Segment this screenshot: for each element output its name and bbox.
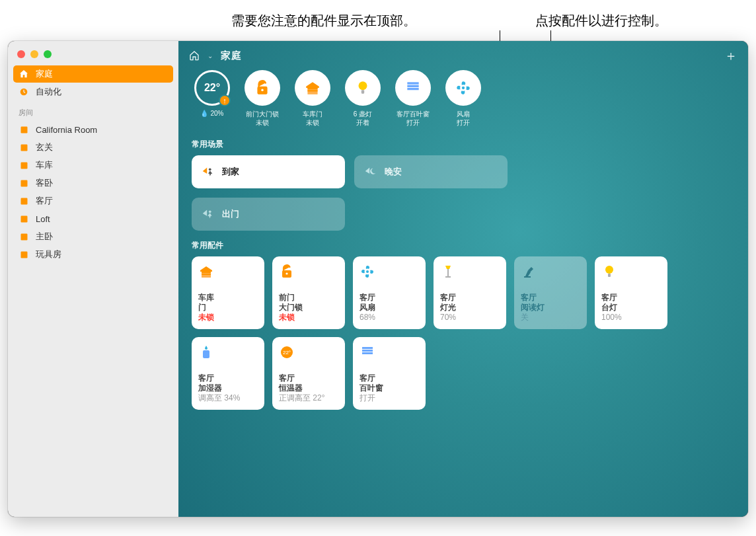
svg-point-30	[605, 266, 613, 274]
annotation-callouts: 需要您注意的配件显示在顶部。 点按配件以进行控制。	[0, 0, 756, 41]
status-chip-label: 车库门未锁	[303, 110, 322, 127]
lock-open-icon	[245, 70, 280, 106]
status-chip[interactable]: 6 盏灯开着	[342, 70, 383, 127]
svg-rect-36	[362, 350, 373, 352]
window-controls[interactable]	[8, 41, 178, 65]
svg-rect-8	[20, 251, 27, 258]
svg-rect-35	[362, 347, 373, 349]
svg-rect-31	[608, 274, 611, 277]
tile-state: 70%	[440, 313, 500, 323]
garage-icon	[295, 70, 330, 106]
status-chip[interactable]: 车库门未锁	[292, 70, 333, 127]
sidebar-room-item[interactable]: 玩具房	[13, 246, 173, 263]
svg-rect-4	[20, 180, 27, 186]
tile-name: 门	[198, 303, 258, 313]
scene-tile[interactable]: 出门	[192, 198, 345, 231]
accessory-tile[interactable]: 车库 门 未锁	[192, 256, 264, 329]
sidebar-item-label: 客厅	[36, 195, 53, 207]
sidebar-room-item[interactable]: Loft	[13, 210, 173, 227]
room-icon	[19, 196, 29, 206]
status-row: 22° ↑ 💧20% 前门大门锁未锁车库门未锁6 盏灯开着客厅百叶窗打开风扇打开	[192, 70, 735, 127]
tile-room: 客厅	[359, 373, 419, 383]
accessory-tile[interactable]: 客厅 百叶窗 打开	[353, 337, 426, 410]
svg-rect-6	[20, 215, 27, 222]
sidebar-section-rooms: 房间	[8, 101, 178, 120]
scene-label: 到家	[222, 166, 239, 178]
room-icon	[19, 231, 29, 242]
tile-state: 打开	[359, 393, 419, 403]
thermostat-icon: 22°	[279, 344, 338, 361]
sidebar-room-item[interactable]: California Room	[13, 121, 173, 138]
svg-rect-24	[202, 274, 211, 275]
svg-point-26	[285, 272, 287, 274]
page-title: 家庭	[221, 50, 242, 62]
sidebar-item-automation[interactable]: 自动化	[13, 83, 173, 100]
callout-attention: 需要您注意的配件显示在顶部。	[231, 12, 416, 30]
room-icon	[19, 249, 29, 260]
sidebar-item-label: 玄关	[36, 141, 53, 153]
status-temperature[interactable]: 22° ↑ 💧20%	[192, 70, 233, 127]
tile-name: 风扇	[359, 303, 419, 313]
minimize-icon[interactable]	[30, 50, 38, 58]
sidebar-item-home[interactable]: 家庭	[13, 65, 173, 83]
home-icon[interactable]	[189, 50, 200, 61]
svg-rect-13	[307, 90, 317, 91]
svg-point-27	[366, 270, 369, 273]
temperature-value: 22°	[204, 82, 220, 94]
status-chip[interactable]: 风扇打开	[443, 70, 484, 127]
sidebar-room-item[interactable]: 车库	[13, 157, 173, 174]
accessory-tile[interactable]: 客厅 阅读灯 关	[514, 256, 587, 329]
scene-tile[interactable]: 晚安	[354, 155, 508, 188]
tile-state: 调高至 34%	[198, 393, 258, 403]
sidebar-room-item[interactable]: 客卧	[13, 174, 173, 192]
sidebar-item-label: 车库	[36, 159, 53, 171]
clock-icon	[19, 87, 29, 97]
svg-rect-29	[445, 276, 451, 278]
svg-rect-3	[20, 162, 27, 169]
accessory-tile[interactable]: 客厅 台灯 100%	[595, 256, 667, 329]
sidebar-room-item[interactable]: 客厅	[13, 192, 173, 210]
accessory-tile[interactable]: 22° 客厅 恒温器 正调高至 22°	[272, 337, 345, 410]
tile-room: 客厅	[359, 293, 419, 303]
tile-state: 未锁	[198, 313, 258, 323]
status-chip[interactable]: 前门大门锁未锁	[242, 70, 283, 127]
accessory-tile[interactable]: 前门 大门锁 未锁	[272, 256, 345, 329]
svg-rect-23	[202, 272, 211, 273]
tile-name: 百叶窗	[359, 383, 419, 393]
humidifier-icon	[198, 344, 258, 361]
app-window: 家庭自动化 房间 California Room玄关车库客卧客厅Loft主卧玩具…	[8, 41, 748, 517]
arrow-up-icon: ↑	[219, 95, 231, 106]
svg-rect-32	[203, 350, 209, 358]
blinds-icon	[359, 344, 419, 361]
accessory-tile[interactable]: 客厅 风扇 68%	[353, 256, 426, 329]
tile-room: 客厅	[521, 293, 580, 303]
chevron-down-icon[interactable]: ⌄	[208, 52, 213, 59]
svg-rect-12	[307, 88, 317, 89]
tile-state: 正调高至 22°	[279, 393, 338, 403]
zoom-icon[interactable]	[44, 50, 52, 58]
svg-rect-17	[407, 85, 418, 87]
bulb-icon	[345, 70, 381, 106]
add-button[interactable]: ＋	[724, 47, 737, 65]
svg-rect-28	[447, 269, 449, 276]
sidebar-room-item[interactable]: 主卧	[13, 228, 173, 245]
accessory-tile[interactable]: 客厅 加湿器 调高至 34%	[192, 337, 264, 410]
close-icon[interactable]	[17, 50, 25, 58]
tile-state: 100%	[601, 313, 661, 323]
tile-room: 车库	[198, 293, 258, 303]
sidebar-room-item[interactable]: 玄关	[13, 139, 173, 156]
status-chip-label: 6 盏灯开着	[354, 110, 372, 127]
accessory-tile[interactable]: 客厅 灯光 70%	[434, 256, 506, 329]
svg-rect-16	[407, 82, 418, 84]
callout-tap-control: 点按配件以进行控制。	[535, 12, 667, 30]
garage-icon	[198, 263, 258, 280]
svg-point-20	[209, 169, 211, 171]
status-chip[interactable]: 客厅百叶窗打开	[393, 70, 434, 127]
status-chip-label: 客厅百叶窗打开	[397, 110, 430, 127]
blinds-icon	[395, 70, 431, 106]
floorlamp-icon	[440, 263, 500, 280]
tile-name: 恒温器	[279, 383, 338, 393]
scene-tile[interactable]: 到家	[192, 155, 345, 188]
tile-name: 阅读灯	[521, 303, 580, 313]
scene-label: 出门	[222, 208, 239, 220]
